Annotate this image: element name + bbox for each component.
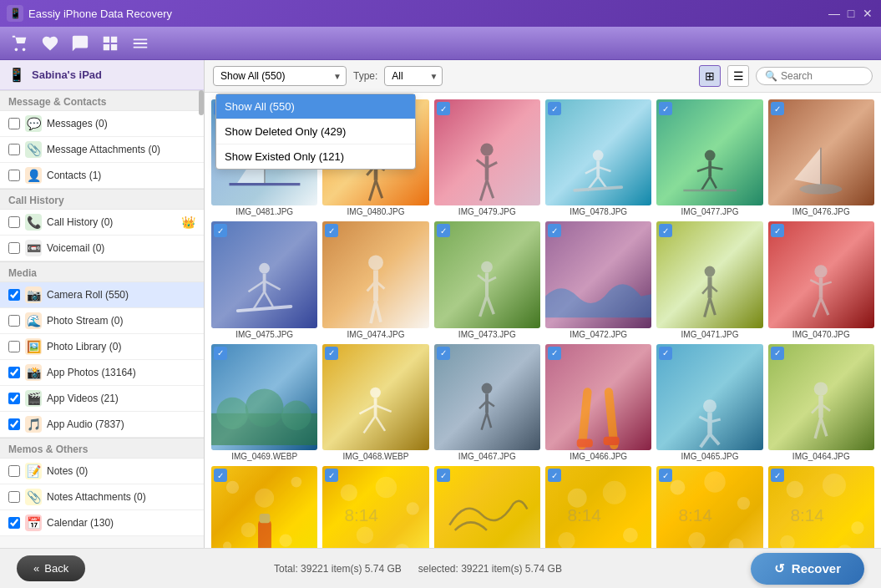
photo-item[interactable]: ✓ IMG_0475.JPG bbox=[211, 221, 317, 338]
section-media: Media bbox=[0, 261, 204, 282]
svg-line-20 bbox=[599, 176, 607, 188]
photo-library-checkbox[interactable] bbox=[8, 341, 20, 352]
svg-line-8 bbox=[376, 180, 382, 198]
message-attachments-checkbox[interactable] bbox=[8, 144, 20, 155]
contacts-icon: 👤 bbox=[25, 167, 42, 184]
voicemail-label: Voicemail (0) bbox=[47, 242, 195, 254]
type-label: Type: bbox=[353, 70, 377, 82]
photo-name: IMG_0473.JPG bbox=[434, 330, 540, 339]
photo-item[interactable]: ✓ IMG_0472.JPG bbox=[545, 221, 651, 338]
cart-icon[interactable] bbox=[8, 32, 32, 55]
app-audio-checkbox[interactable] bbox=[8, 418, 20, 430]
svg-point-64 bbox=[216, 397, 248, 428]
sidebar-item-app-photos[interactable]: 📸 App Photos (13164) bbox=[0, 360, 204, 386]
photo-item[interactable]: ✓ IMG_0466.JPG bbox=[545, 344, 651, 461]
photo-check: ✓ bbox=[548, 469, 561, 482]
svg-point-124 bbox=[836, 545, 853, 548]
window-controls: — □ ✕ bbox=[828, 7, 874, 20]
menu-icon[interactable] bbox=[129, 32, 152, 55]
sidebar-item-app-audio[interactable]: 🎵 App Audio (7837) bbox=[0, 412, 204, 438]
photo-item[interactable]: 8:14 ✓ IMG_0459.JPG bbox=[656, 466, 762, 548]
sidebar-item-calendar[interactable]: 📅 Calendar (130) bbox=[0, 510, 204, 536]
svg-line-71 bbox=[364, 416, 376, 433]
svg-line-79 bbox=[583, 392, 588, 445]
photo-item[interactable]: ✓ IMG_0476.JPG bbox=[768, 99, 874, 216]
photo-item[interactable]: ✓ IMG_0469.WEBP bbox=[211, 344, 317, 461]
photo-item[interactable]: ✓ IMG_0477.JPG bbox=[656, 99, 762, 216]
photo-check: ✓ bbox=[325, 347, 338, 360]
photo-item[interactable]: ✓ IMG_0461.JPG bbox=[434, 466, 540, 548]
photo-item[interactable]: ✓ IMG_0464.JPG bbox=[768, 344, 874, 461]
photo-item[interactable]: ✓ IMG_0473.JPG bbox=[434, 221, 540, 338]
sidebar-item-photo-library[interactable]: 🖼️ Photo Library (0) bbox=[0, 334, 204, 360]
photo-item[interactable]: ✓ IMG_0478.JPG bbox=[545, 99, 651, 216]
photo-item[interactable]: ✓ IMG_0470.JPG bbox=[768, 221, 874, 338]
sidebar-item-voicemail[interactable]: 📼 Voicemail (0) bbox=[0, 236, 204, 261]
sidebar-item-message-attachments[interactable]: 📎 Message Attachments (0) bbox=[0, 137, 204, 163]
photo-stream-checkbox[interactable] bbox=[8, 315, 20, 327]
photo-check: ✓ bbox=[214, 224, 227, 237]
photo-item[interactable]: ✓ IMG_0465.JPG bbox=[656, 344, 762, 461]
back-button[interactable]: « Back bbox=[17, 555, 85, 581]
notes-checkbox[interactable] bbox=[8, 465, 20, 477]
call-history-checkbox[interactable] bbox=[8, 216, 20, 228]
sidebar-item-notes[interactable]: 📝 Notes (0) bbox=[0, 459, 204, 484]
photo-item[interactable]: ✓ IMG_0471.JPG bbox=[656, 221, 762, 338]
dropdown-option-deleted[interactable]: Show Deleted Only (429) bbox=[216, 119, 415, 144]
svg-point-96 bbox=[255, 489, 274, 508]
dropdown-option-all[interactable]: Show All (550) bbox=[216, 94, 415, 119]
svg-rect-102 bbox=[259, 514, 270, 523]
sidebar-item-app-videos[interactable]: 🎬 App Videos (21) bbox=[0, 386, 204, 412]
close-button[interactable]: ✕ bbox=[861, 7, 874, 20]
message-attachments-label: Message Attachments (0) bbox=[47, 144, 195, 155]
heart-icon[interactable] bbox=[38, 32, 62, 55]
total-status: Total: 39221 item(s) 5.74 GB bbox=[274, 563, 402, 575]
photo-name: IMG_0478.JPG bbox=[545, 207, 651, 216]
camera-roll-checkbox[interactable] bbox=[8, 289, 20, 301]
sidebar-item-camera-roll[interactable]: 📷 Camera Roll (550) bbox=[0, 282, 204, 308]
photo-item[interactable]: ✓ IMG_0463.JPG bbox=[211, 466, 317, 548]
photo-name: IMG_0466.JPG bbox=[545, 452, 651, 461]
show-dropdown[interactable]: Show All (550) Show Deleted Only (429) S… bbox=[213, 66, 347, 86]
type-dropdown[interactable]: All JPG WEBP PNG bbox=[384, 66, 443, 86]
sidebar-item-notes-attachments[interactable]: 📎 Notes Attachments (0) bbox=[0, 484, 204, 510]
device-item[interactable]: 📱 Sabina's iPad bbox=[0, 60, 204, 90]
calendar-checkbox[interactable] bbox=[8, 517, 20, 529]
photo-check: ✓ bbox=[437, 102, 450, 115]
photo-item[interactable]: 8:14 ✓ IMG_0458.JPG bbox=[768, 466, 874, 548]
photo-name: IMG_0472.JPG bbox=[545, 330, 651, 339]
photo-item[interactable]: ✓ IMG_0468.WEBP bbox=[322, 344, 428, 461]
list-view-button[interactable]: ☰ bbox=[727, 65, 749, 87]
recover-button[interactable]: ↺ Recover bbox=[751, 553, 864, 585]
voicemail-checkbox[interactable] bbox=[8, 242, 20, 254]
app-videos-checkbox[interactable] bbox=[8, 393, 20, 404]
minimize-button[interactable]: — bbox=[828, 7, 841, 20]
sidebar-item-messages[interactable]: 💬 Messages (0) bbox=[0, 111, 204, 137]
photo-item[interactable]: ✓ IMG_0479.JPG bbox=[434, 99, 540, 216]
svg-line-7 bbox=[369, 180, 376, 200]
app-photos-checkbox[interactable] bbox=[8, 367, 20, 378]
messages-checkbox[interactable] bbox=[8, 118, 20, 129]
photo-item[interactable]: 8:14 ✓ IMG_0460.JPG bbox=[545, 466, 651, 548]
notes-attachments-checkbox[interactable] bbox=[8, 491, 20, 503]
svg-line-38 bbox=[238, 307, 291, 311]
grid-icon[interactable] bbox=[99, 32, 122, 55]
grid-view-button[interactable]: ⊞ bbox=[699, 65, 721, 87]
sidebar-item-contacts[interactable]: 👤 Contacts (1) bbox=[0, 163, 204, 189]
contacts-checkbox[interactable] bbox=[8, 170, 20, 181]
dropdown-option-existed[interactable]: Show Existed Only (121) bbox=[216, 144, 415, 169]
photo-item[interactable]: 8:14 ✓ IMG_0462.JPG bbox=[322, 466, 428, 548]
photo-item[interactable]: ✓ IMG_0467.JPG bbox=[434, 344, 540, 461]
svg-line-24 bbox=[697, 167, 710, 171]
svg-line-26 bbox=[701, 176, 710, 190]
sidebar-item-photo-stream[interactable]: 🌊 Photo Stream (0) bbox=[0, 308, 204, 334]
messages-label: Messages (0) bbox=[47, 118, 195, 129]
sidebar: 📱 Sabina's iPad Message & Contacts 💬 Mes… bbox=[0, 60, 205, 548]
svg-line-69 bbox=[360, 406, 376, 414]
search-input[interactable] bbox=[781, 70, 863, 82]
sidebar-item-call-history[interactable]: 📞 Call History (0) 👑 bbox=[0, 210, 204, 236]
photo-item[interactable]: ✓ IMG_0474.JPG bbox=[322, 221, 428, 338]
chat-icon[interactable] bbox=[68, 32, 92, 55]
photo-name: IMG_0476.JPG bbox=[768, 207, 874, 216]
maximize-button[interactable]: □ bbox=[844, 7, 858, 20]
